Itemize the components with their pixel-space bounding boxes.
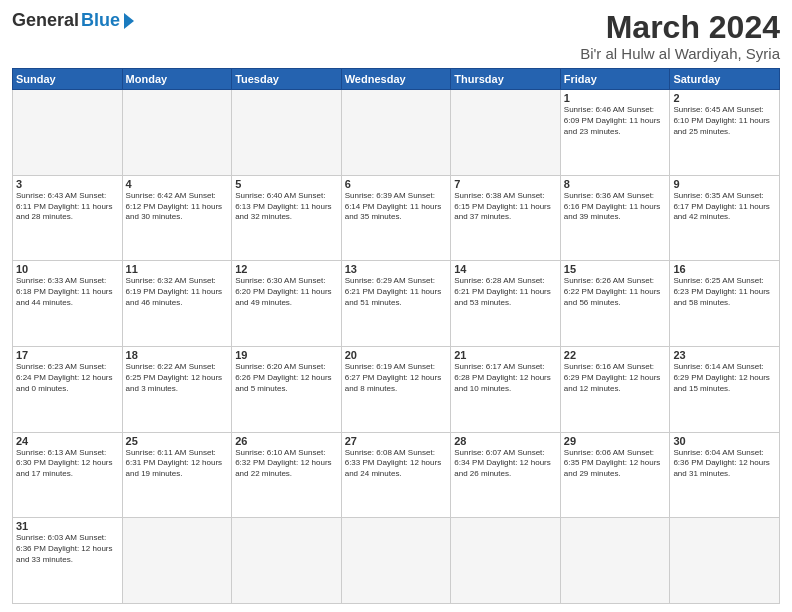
day-info: Sunrise: 6:19 AM Sunset: 6:27 PM Dayligh… (345, 362, 448, 394)
day-info: Sunrise: 6:28 AM Sunset: 6:21 PM Dayligh… (454, 276, 557, 308)
day-info: Sunrise: 6:16 AM Sunset: 6:29 PM Dayligh… (564, 362, 667, 394)
calendar-cell: 6Sunrise: 6:39 AM Sunset: 6:14 PM Daylig… (341, 175, 451, 261)
day-number: 13 (345, 263, 448, 275)
calendar-table: SundayMondayTuesdayWednesdayThursdayFrid… (12, 68, 780, 604)
day-info: Sunrise: 6:25 AM Sunset: 6:23 PM Dayligh… (673, 276, 776, 308)
logo-general: General (12, 10, 79, 31)
calendar-week-row: 10Sunrise: 6:33 AM Sunset: 6:18 PM Dayli… (13, 261, 780, 347)
calendar-cell (122, 518, 232, 604)
calendar-cell: 29Sunrise: 6:06 AM Sunset: 6:35 PM Dayli… (560, 432, 670, 518)
calendar-cell: 20Sunrise: 6:19 AM Sunset: 6:27 PM Dayli… (341, 347, 451, 433)
calendar-cell (341, 90, 451, 176)
day-info: Sunrise: 6:46 AM Sunset: 6:09 PM Dayligh… (564, 105, 667, 137)
day-number: 23 (673, 349, 776, 361)
calendar-cell (341, 518, 451, 604)
day-number: 26 (235, 435, 338, 447)
day-info: Sunrise: 6:06 AM Sunset: 6:35 PM Dayligh… (564, 448, 667, 480)
weekday-header: Saturday (670, 69, 780, 90)
logo-blue: Blue (81, 10, 120, 31)
day-number: 27 (345, 435, 448, 447)
day-number: 14 (454, 263, 557, 275)
day-info: Sunrise: 6:17 AM Sunset: 6:28 PM Dayligh… (454, 362, 557, 394)
calendar-cell: 17Sunrise: 6:23 AM Sunset: 6:24 PM Dayli… (13, 347, 123, 433)
day-number: 22 (564, 349, 667, 361)
calendar-cell: 18Sunrise: 6:22 AM Sunset: 6:25 PM Dayli… (122, 347, 232, 433)
day-number: 5 (235, 178, 338, 190)
calendar-cell: 16Sunrise: 6:25 AM Sunset: 6:23 PM Dayli… (670, 261, 780, 347)
weekday-header: Tuesday (232, 69, 342, 90)
day-info: Sunrise: 6:23 AM Sunset: 6:24 PM Dayligh… (16, 362, 119, 394)
day-number: 10 (16, 263, 119, 275)
calendar-cell: 24Sunrise: 6:13 AM Sunset: 6:30 PM Dayli… (13, 432, 123, 518)
calendar-cell: 27Sunrise: 6:08 AM Sunset: 6:33 PM Dayli… (341, 432, 451, 518)
calendar-cell (670, 518, 780, 604)
calendar-cell (13, 90, 123, 176)
day-number: 31 (16, 520, 119, 532)
day-info: Sunrise: 6:29 AM Sunset: 6:21 PM Dayligh… (345, 276, 448, 308)
day-number: 19 (235, 349, 338, 361)
day-number: 3 (16, 178, 119, 190)
day-number: 1 (564, 92, 667, 104)
weekday-header: Monday (122, 69, 232, 90)
day-info: Sunrise: 6:10 AM Sunset: 6:32 PM Dayligh… (235, 448, 338, 480)
day-info: Sunrise: 6:03 AM Sunset: 6:36 PM Dayligh… (16, 533, 119, 565)
day-info: Sunrise: 6:20 AM Sunset: 6:26 PM Dayligh… (235, 362, 338, 394)
day-info: Sunrise: 6:45 AM Sunset: 6:10 PM Dayligh… (673, 105, 776, 137)
day-number: 4 (126, 178, 229, 190)
calendar-cell: 15Sunrise: 6:26 AM Sunset: 6:22 PM Dayli… (560, 261, 670, 347)
calendar-cell: 13Sunrise: 6:29 AM Sunset: 6:21 PM Dayli… (341, 261, 451, 347)
calendar-cell (560, 518, 670, 604)
day-info: Sunrise: 6:35 AM Sunset: 6:17 PM Dayligh… (673, 191, 776, 223)
calendar-cell: 10Sunrise: 6:33 AM Sunset: 6:18 PM Dayli… (13, 261, 123, 347)
day-number: 25 (126, 435, 229, 447)
month-title: March 2024 (580, 10, 780, 45)
calendar-cell: 1Sunrise: 6:46 AM Sunset: 6:09 PM Daylig… (560, 90, 670, 176)
calendar-cell (232, 90, 342, 176)
calendar-cell: 23Sunrise: 6:14 AM Sunset: 6:29 PM Dayli… (670, 347, 780, 433)
day-info: Sunrise: 6:13 AM Sunset: 6:30 PM Dayligh… (16, 448, 119, 480)
calendar-header-row: SundayMondayTuesdayWednesdayThursdayFrid… (13, 69, 780, 90)
day-number: 28 (454, 435, 557, 447)
day-number: 29 (564, 435, 667, 447)
calendar-cell: 26Sunrise: 6:10 AM Sunset: 6:32 PM Dayli… (232, 432, 342, 518)
day-info: Sunrise: 6:39 AM Sunset: 6:14 PM Dayligh… (345, 191, 448, 223)
day-info: Sunrise: 6:08 AM Sunset: 6:33 PM Dayligh… (345, 448, 448, 480)
day-info: Sunrise: 6:04 AM Sunset: 6:36 PM Dayligh… (673, 448, 776, 480)
calendar-cell: 21Sunrise: 6:17 AM Sunset: 6:28 PM Dayli… (451, 347, 561, 433)
calendar-week-row: 17Sunrise: 6:23 AM Sunset: 6:24 PM Dayli… (13, 347, 780, 433)
logo-area: General Blue (12, 10, 134, 31)
day-number: 17 (16, 349, 119, 361)
calendar-week-row: 31Sunrise: 6:03 AM Sunset: 6:36 PM Dayli… (13, 518, 780, 604)
calendar-cell: 19Sunrise: 6:20 AM Sunset: 6:26 PM Dayli… (232, 347, 342, 433)
calendar-cell: 12Sunrise: 6:30 AM Sunset: 6:20 PM Dayli… (232, 261, 342, 347)
calendar-cell (451, 518, 561, 604)
day-info: Sunrise: 6:40 AM Sunset: 6:13 PM Dayligh… (235, 191, 338, 223)
calendar-cell: 22Sunrise: 6:16 AM Sunset: 6:29 PM Dayli… (560, 347, 670, 433)
weekday-header: Wednesday (341, 69, 451, 90)
day-number: 12 (235, 263, 338, 275)
header: General Blue March 2024 Bi'r al Hulw al … (12, 10, 780, 62)
calendar-cell: 30Sunrise: 6:04 AM Sunset: 6:36 PM Dayli… (670, 432, 780, 518)
day-info: Sunrise: 6:33 AM Sunset: 6:18 PM Dayligh… (16, 276, 119, 308)
day-number: 15 (564, 263, 667, 275)
logo: General Blue (12, 10, 134, 31)
day-number: 24 (16, 435, 119, 447)
calendar-cell (122, 90, 232, 176)
calendar-cell (451, 90, 561, 176)
weekday-header: Sunday (13, 69, 123, 90)
day-number: 9 (673, 178, 776, 190)
calendar-week-row: 1Sunrise: 6:46 AM Sunset: 6:09 PM Daylig… (13, 90, 780, 176)
day-info: Sunrise: 6:07 AM Sunset: 6:34 PM Dayligh… (454, 448, 557, 480)
day-info: Sunrise: 6:14 AM Sunset: 6:29 PM Dayligh… (673, 362, 776, 394)
day-info: Sunrise: 6:11 AM Sunset: 6:31 PM Dayligh… (126, 448, 229, 480)
day-number: 18 (126, 349, 229, 361)
page: General Blue March 2024 Bi'r al Hulw al … (0, 0, 792, 612)
day-info: Sunrise: 6:30 AM Sunset: 6:20 PM Dayligh… (235, 276, 338, 308)
day-number: 16 (673, 263, 776, 275)
day-info: Sunrise: 6:22 AM Sunset: 6:25 PM Dayligh… (126, 362, 229, 394)
day-info: Sunrise: 6:36 AM Sunset: 6:16 PM Dayligh… (564, 191, 667, 223)
day-number: 11 (126, 263, 229, 275)
day-info: Sunrise: 6:43 AM Sunset: 6:11 PM Dayligh… (16, 191, 119, 223)
day-number: 7 (454, 178, 557, 190)
calendar-cell: 7Sunrise: 6:38 AM Sunset: 6:15 PM Daylig… (451, 175, 561, 261)
